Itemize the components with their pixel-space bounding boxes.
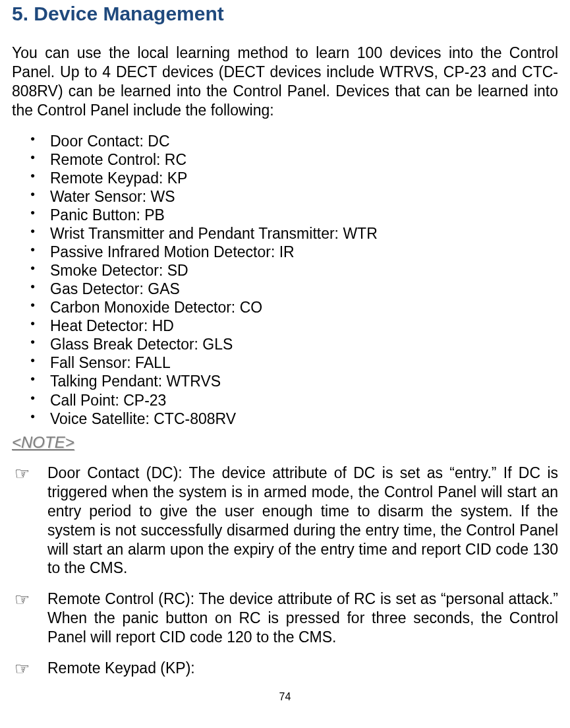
pointer-icon: ☞ — [12, 659, 47, 679]
list-item: Smoke Detector: SD — [30, 261, 558, 280]
note-item: ☞ Remote Control (RC): The device attrib… — [12, 590, 558, 647]
device-list: Door Contact: DC Remote Control: RC Remo… — [30, 132, 558, 428]
note-text: Door Contact (DC): The device attribute … — [47, 464, 558, 578]
list-item: Voice Satellite: CTC-808RV — [30, 410, 558, 428]
list-item: Remote Keypad: KP — [30, 169, 558, 187]
note-label: <NOTE> — [12, 433, 558, 452]
list-item: Wrist Transmitter and Pendant Transmitte… — [30, 224, 558, 243]
list-item: Heat Detector: HD — [30, 317, 558, 335]
list-item: Call Point: CP-23 — [30, 391, 558, 410]
section-heading: 5. Device Management — [12, 3, 558, 25]
note-item: ☞ Door Contact (DC): The device attribut… — [12, 464, 558, 578]
pointer-icon: ☞ — [12, 590, 47, 647]
list-item: Carbon Monoxide Detector: CO — [30, 298, 558, 317]
note-item: ☞ Remote Keypad (KP): — [12, 659, 558, 679]
list-item: Fall Sensor: FALL — [30, 353, 558, 372]
page-number: 74 — [12, 691, 558, 703]
list-item: Glass Break Detector: GLS — [30, 335, 558, 353]
list-item: Gas Detector: GAS — [30, 280, 558, 298]
intro-paragraph: You can use the local learning method to… — [12, 44, 558, 120]
list-item: Water Sensor: WS — [30, 187, 558, 206]
list-item: Passive Infrared Motion Detector: IR — [30, 243, 558, 261]
list-item: Remote Control: RC — [30, 150, 558, 169]
note-text: Remote Keypad (KP): — [47, 659, 558, 679]
note-text: Remote Control (RC): The device attribut… — [47, 590, 558, 647]
pointer-icon: ☞ — [12, 464, 47, 578]
list-item: Panic Button: PB — [30, 206, 558, 224]
list-item: Door Contact: DC — [30, 132, 558, 150]
list-item: Talking Pendant: WTRVS — [30, 372, 558, 390]
